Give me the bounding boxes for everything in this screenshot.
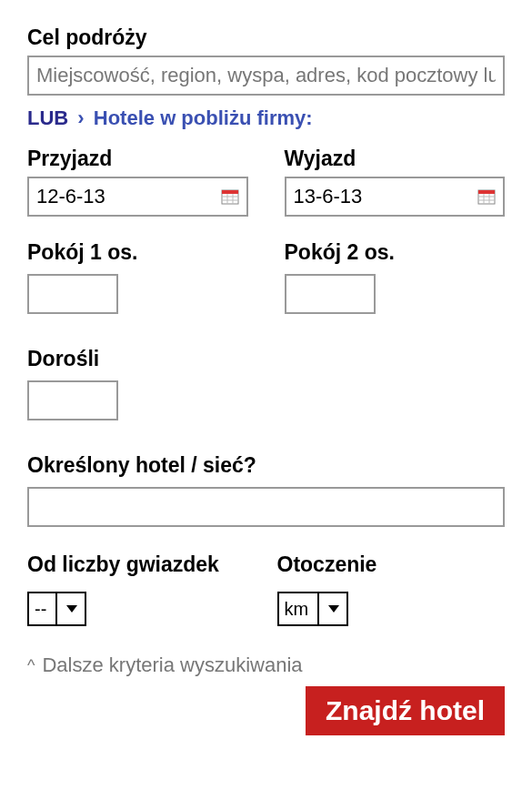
or-hotels-near-company[interactable]: LUB › Hotele w pobliżu firmy: <box>27 106 505 130</box>
departure-date-value: 13-6-13 <box>294 185 363 208</box>
svg-rect-7 <box>478 190 495 194</box>
caret-up-icon: ^ <box>27 656 35 675</box>
or-text: LUB <box>27 106 68 129</box>
calendar-icon[interactable] <box>221 187 239 206</box>
more-criteria-label: Dalsze kryteria wyszukiwania <box>42 653 302 677</box>
adults-input[interactable] <box>27 380 118 420</box>
departure-date-input[interactable]: 13-6-13 <box>285 177 506 217</box>
surroundings-select-value: km <box>285 599 318 620</box>
svg-rect-1 <box>222 190 238 194</box>
chevron-right-icon: › <box>77 106 84 130</box>
adults-label: Dorośli <box>27 347 505 371</box>
chevron-down-icon <box>317 593 341 624</box>
svg-marker-12 <box>66 605 77 613</box>
stars-label: Od liczby gwiazdek <box>27 552 256 577</box>
chevron-down-icon <box>55 593 79 624</box>
hotels-near-company-link[interactable]: Hotele w pobliżu firmy: <box>94 106 313 129</box>
specific-hotel-label: Określony hotel / sieć? <box>27 453 505 478</box>
more-criteria-toggle[interactable]: ^ Dalsze kryteria wyszukiwania <box>27 653 505 677</box>
arrival-date-value: 12-6-13 <box>36 185 105 208</box>
calendar-icon[interactable] <box>477 187 496 206</box>
find-hotel-button[interactable]: Znajdź hotel <box>306 686 505 735</box>
room1-label: Pokój 1 os. <box>27 240 248 265</box>
room1-input[interactable] <box>27 274 118 314</box>
arrival-date-input[interactable]: 12-6-13 <box>27 177 248 217</box>
room2-input[interactable] <box>285 274 376 314</box>
arrival-label: Przyjazd <box>27 147 248 171</box>
surroundings-select[interactable]: km <box>277 592 349 626</box>
svg-marker-13 <box>328 605 339 613</box>
specific-hotel-input[interactable] <box>27 487 505 527</box>
destination-label: Cel podróży <box>27 25 505 50</box>
departure-label: Wyjazd <box>285 147 506 171</box>
destination-input[interactable] <box>27 56 505 96</box>
room2-label: Pokój 2 os. <box>285 240 506 265</box>
surroundings-label: Otoczenie <box>277 552 506 577</box>
stars-select[interactable]: -- <box>27 592 86 626</box>
stars-select-value: -- <box>35 599 55 620</box>
